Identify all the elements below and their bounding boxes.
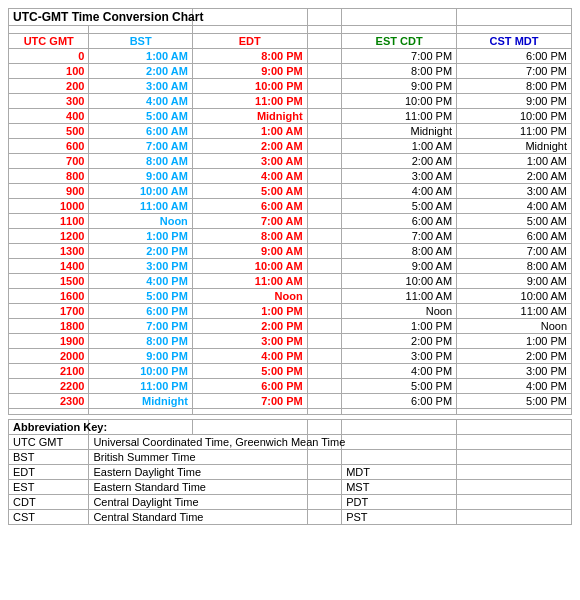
bst-cell: 3:00 AM <box>89 79 192 94</box>
bst-cell: 6:00 PM <box>89 304 192 319</box>
bst-cell: Midnight <box>89 394 192 409</box>
cst-cell: Noon <box>457 319 572 334</box>
est-cell: 1:00 AM <box>342 139 457 154</box>
est-cell: 3:00 AM <box>342 169 457 184</box>
est-cell: 8:00 PM <box>342 64 457 79</box>
abbr-code: EDT <box>9 465 89 480</box>
bst-cell: 2:00 AM <box>89 64 192 79</box>
est-cell: 5:00 PM <box>342 379 457 394</box>
cst-cell: 1:00 AM <box>457 154 572 169</box>
abbr-row: EDTEastern Daylight TimeMDT <box>9 465 572 480</box>
utc-cell: 200 <box>9 79 89 94</box>
table-row: 20009:00 PM4:00 PM3:00 PM2:00 PM <box>9 349 572 364</box>
edt-cell: 1:00 AM <box>192 124 307 139</box>
edt-cell: 4:00 PM <box>192 349 307 364</box>
utc-cell: 1100 <box>9 214 89 229</box>
bst-cell: 9:00 PM <box>89 349 192 364</box>
table-row: 4005:00 AMMidnight11:00 PM10:00 PM <box>9 109 572 124</box>
edt-cell: 7:00 PM <box>192 394 307 409</box>
cst-cell: 11:00 PM <box>457 124 572 139</box>
abbr-header-row: Abbreviation Key: <box>9 420 572 435</box>
cst-cell: 10:00 PM <box>457 109 572 124</box>
cst-cell: 10:00 AM <box>457 289 572 304</box>
est-cell: 4:00 AM <box>342 184 457 199</box>
abbr-desc: Central Standard Time <box>89 510 307 525</box>
table-row: 18007:00 PM2:00 PM1:00 PMNoon <box>9 319 572 334</box>
table-row: 7008:00 AM3:00 AM2:00 AM1:00 AM <box>9 154 572 169</box>
abbr-code: BST <box>9 450 89 465</box>
cst-cell: 9:00 AM <box>457 274 572 289</box>
edt-cell: 10:00 PM <box>192 79 307 94</box>
est-cell: 11:00 PM <box>342 109 457 124</box>
conversion-table: UTC-GMT Time Conversion Chart UTC GMT BS… <box>8 8 572 49</box>
utc-cell: 800 <box>9 169 89 184</box>
est-cell: 7:00 AM <box>342 229 457 244</box>
cst-cell: 1:00 PM <box>457 334 572 349</box>
abbr-desc2 <box>457 435 572 450</box>
edt-cell: 2:00 AM <box>192 139 307 154</box>
column-headers: UTC GMT BST EDT EST CDT CST MDT <box>9 34 572 49</box>
bst-cell: 4:00 AM <box>89 94 192 109</box>
table-row: 14003:00 PM10:00 AM9:00 AM8:00 AM <box>9 259 572 274</box>
utc-cell: 300 <box>9 94 89 109</box>
data-table: 01:00 AM8:00 PM7:00 PM6:00 PM1002:00 AM9… <box>8 48 572 415</box>
est-cell: 9:00 PM <box>342 79 457 94</box>
utc-cell: 2000 <box>9 349 89 364</box>
cst-cell: 3:00 AM <box>457 184 572 199</box>
abbr-desc: Universal Coordinated Time, Greenwich Me… <box>89 435 307 450</box>
abbr-row: UTC GMTUniversal Coordinated Time, Green… <box>9 435 572 450</box>
abbr-code: EST <box>9 480 89 495</box>
edt-cell: 3:00 AM <box>192 154 307 169</box>
abbr-desc: Eastern Daylight Time <box>89 465 307 480</box>
table-row: 210010:00 PM5:00 PM4:00 PM3:00 PM <box>9 364 572 379</box>
cst-cell: 4:00 AM <box>457 199 572 214</box>
abbr-code: CST <box>9 510 89 525</box>
utc-cell: 1500 <box>9 274 89 289</box>
est-cell: 10:00 PM <box>342 94 457 109</box>
abbr-code2: PST <box>342 510 457 525</box>
est-header: EST CDT <box>342 34 457 49</box>
table-row: 100011:00 AM6:00 AM5:00 AM4:00 AM <box>9 199 572 214</box>
abbr-code2 <box>342 435 457 450</box>
table-row: 6007:00 AM2:00 AM1:00 AMMidnight <box>9 139 572 154</box>
edt-cell: 10:00 AM <box>192 259 307 274</box>
table-row: 90010:00 AM5:00 AM4:00 AM3:00 AM <box>9 184 572 199</box>
est-cell: 5:00 AM <box>342 199 457 214</box>
est-cell: 6:00 PM <box>342 394 457 409</box>
est-cell: Midnight <box>342 124 457 139</box>
bst-cell: 8:00 AM <box>89 154 192 169</box>
table-row: 16005:00 PMNoon11:00 AM10:00 AM <box>9 289 572 304</box>
abbr-desc2 <box>457 495 572 510</box>
bst-cell: 11:00 AM <box>89 199 192 214</box>
table-row: 1100Noon7:00 AM6:00 AM5:00 AM <box>9 214 572 229</box>
edt-cell: 1:00 PM <box>192 304 307 319</box>
bst-header: BST <box>89 34 192 49</box>
table-row: 19008:00 PM3:00 PM2:00 PM1:00 PM <box>9 334 572 349</box>
utc-cell: 1700 <box>9 304 89 319</box>
bst-cell: 5:00 AM <box>89 109 192 124</box>
utc-cell: 900 <box>9 184 89 199</box>
cst-cell: 5:00 AM <box>457 214 572 229</box>
est-cell: 3:00 PM <box>342 349 457 364</box>
abbr-desc2 <box>457 450 572 465</box>
est-cell: Noon <box>342 304 457 319</box>
utc-cell: 700 <box>9 154 89 169</box>
abbr-code2: PDT <box>342 495 457 510</box>
abbr-desc: British Summer Time <box>89 450 307 465</box>
cst-cell: 7:00 PM <box>457 64 572 79</box>
bst-cell: 5:00 PM <box>89 289 192 304</box>
est-cell: 11:00 AM <box>342 289 457 304</box>
utc-cell: 2200 <box>9 379 89 394</box>
edt-cell: 11:00 PM <box>192 94 307 109</box>
utc-cell: 0 <box>9 49 89 64</box>
abbr-row: BSTBritish Summer Time <box>9 450 572 465</box>
utc-cell: 1800 <box>9 319 89 334</box>
cst-cell: 2:00 PM <box>457 349 572 364</box>
table-row: 1002:00 AM9:00 PM8:00 PM7:00 PM <box>9 64 572 79</box>
edt-cell: 7:00 AM <box>192 214 307 229</box>
abbr-desc2 <box>457 465 572 480</box>
edt-cell: 11:00 AM <box>192 274 307 289</box>
bst-cell: 6:00 AM <box>89 124 192 139</box>
bst-cell: 10:00 AM <box>89 184 192 199</box>
abbr-row: CSTCentral Standard TimePST <box>9 510 572 525</box>
